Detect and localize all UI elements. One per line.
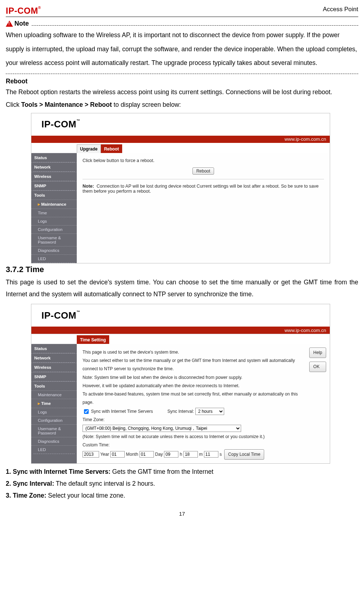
tab-upgrade[interactable]: Upgrade bbox=[77, 144, 101, 153]
reboot-screenshot: IP‑COM™ www.ip-com.com.cn Upgrade Reboot… bbox=[31, 113, 330, 263]
brand-logo: IP‑COM® bbox=[6, 6, 41, 16]
help-button[interactable]: Help bbox=[309, 348, 326, 358]
reboot-desc: The Reboot option restarts the wireless … bbox=[6, 87, 358, 98]
second-input[interactable] bbox=[204, 451, 218, 458]
note-body: When uploading software to the Wireless … bbox=[6, 28, 358, 70]
sidebar2-item-maintenance[interactable]: Maintenance bbox=[31, 390, 77, 399]
sidebar-item-userpass[interactable]: Username & Password bbox=[31, 233, 77, 246]
ok-button[interactable]: OK bbox=[309, 362, 326, 372]
sync-checkbox[interactable] bbox=[84, 409, 89, 414]
shot1-note: Note: Connection to AP will be lost duri… bbox=[83, 184, 324, 194]
minute-input[interactable] bbox=[183, 451, 198, 458]
shot1-note-text: Connection to AP will be lost during dev… bbox=[83, 184, 319, 194]
time-screenshot: IP‑COM™ www.ip-com.com.cn Time Setting S… bbox=[31, 304, 330, 464]
time-heading: 3.7.2 Time bbox=[6, 265, 358, 274]
timezone-label: Time Zone: bbox=[83, 416, 324, 424]
month-input[interactable] bbox=[110, 451, 125, 458]
shot2-p5: To activate time-based features, system … bbox=[83, 390, 299, 407]
sidebar2-item-configuration[interactable]: Configuration bbox=[31, 416, 77, 424]
shot2-p2: You can select either to set the time ma… bbox=[83, 357, 299, 373]
divider-dashes bbox=[32, 22, 358, 26]
shot1-url-bar: www.ip-com.com.cn bbox=[31, 136, 330, 143]
sidebar2-item-status[interactable]: Status bbox=[31, 344, 77, 353]
shot1-sidebar: Status Network Wireless SNMP Tools Maint… bbox=[31, 153, 77, 263]
shot1-logo: IP‑COM™ bbox=[34, 119, 80, 130]
timezone-note: (Note: System time will not be accurate … bbox=[83, 433, 324, 441]
sidebar2-item-wireless[interactable]: Wireless bbox=[31, 363, 77, 372]
time-desc: This page is used to set the device's sy… bbox=[6, 276, 358, 301]
sync-label: Sync with Internet Time Servers bbox=[91, 409, 153, 414]
year-input[interactable] bbox=[83, 451, 99, 458]
sidebar-item-tools[interactable]: Tools bbox=[31, 191, 77, 200]
sidebar2-item-snmp[interactable]: SNMP bbox=[31, 372, 77, 381]
sidebar-item-time[interactable]: Time bbox=[31, 209, 77, 217]
shot2-sidebar: Status Network Wireless SNMP Tools Maint… bbox=[31, 344, 77, 463]
click-pre: Click bbox=[6, 101, 21, 108]
shot1-line1: Click below button to force a reboot. bbox=[83, 158, 324, 163]
sidebar2-item-diagnostics[interactable]: Diagnostics bbox=[31, 437, 77, 445]
sidebar-item-logs[interactable]: Logs bbox=[31, 217, 77, 225]
tab-time-setting[interactable]: Time Setting bbox=[77, 335, 109, 344]
reboot-click-path: Click Tools > Maintenance > Reboot to di… bbox=[6, 99, 358, 111]
access-point-label: Access Point bbox=[323, 6, 358, 13]
sidebar-item-network[interactable]: Network bbox=[31, 162, 77, 171]
def2-b: 2. Sync Interval: bbox=[6, 480, 54, 487]
sidebar-item-configuration[interactable]: Configuration bbox=[31, 225, 77, 233]
month-l: Month bbox=[126, 452, 138, 457]
day-input[interactable] bbox=[139, 451, 154, 458]
warning-icon bbox=[6, 21, 13, 27]
shot2-main: Help OK This page is used to set the dev… bbox=[77, 344, 330, 463]
shot2-p3: Note: System time will be lost when the … bbox=[83, 373, 299, 382]
shot2-p4: However, it will be updated automaticall… bbox=[83, 382, 299, 390]
divider bbox=[6, 74, 358, 74]
reboot-button[interactable]: Reboot bbox=[192, 167, 214, 175]
def-3: 3. Time Zone: Select your local time zon… bbox=[6, 490, 358, 502]
custom-time-row: Year Month Day h m s Copy Local Time bbox=[83, 449, 324, 460]
sidebar2-item-userpass[interactable]: Username & Password bbox=[31, 424, 77, 437]
sidebar-item-wireless[interactable]: Wireless bbox=[31, 172, 77, 181]
def1-b: 1. Sync with Internet Time Servers: bbox=[6, 468, 110, 475]
sidebar2-item-led[interactable]: LED bbox=[31, 445, 77, 454]
shot2-p1: This page is used to set the device's sy… bbox=[83, 348, 299, 357]
sync-interval-label: Sync Interval: bbox=[167, 409, 194, 414]
sidebar-item-led[interactable]: LED bbox=[31, 254, 77, 263]
hour-l: h bbox=[180, 452, 182, 457]
sync-interval-select[interactable]: 2 hours bbox=[195, 408, 224, 415]
note-label: Note bbox=[14, 20, 29, 27]
reboot-heading: Reboot bbox=[6, 78, 358, 85]
sidebar2-item-tools[interactable]: Tools bbox=[31, 381, 77, 390]
custom-time-label: Custom Time: bbox=[83, 441, 324, 449]
timezone-select[interactable]: (GMT+08:00) Beijing, Chongqing, Hong Kon… bbox=[83, 425, 241, 432]
sync-checkbox-row[interactable]: Sync with Internet Time Servers bbox=[83, 407, 153, 416]
second-l: s bbox=[219, 452, 222, 457]
def-2: 2. Sync Interval: The default sync inter… bbox=[6, 478, 358, 490]
hour-input[interactable] bbox=[164, 451, 178, 458]
page-number: 17 bbox=[6, 511, 358, 517]
click-post: to display screen below: bbox=[112, 101, 181, 108]
shot1-main: Click below button to force a reboot. Re… bbox=[77, 153, 330, 263]
sidebar-item-diagnostics[interactable]: Diagnostics bbox=[31, 246, 77, 254]
click-bold: Tools > Maintenance > Reboot bbox=[21, 101, 112, 108]
year-l: Year bbox=[100, 452, 109, 457]
shot2-logo: IP‑COM™ bbox=[34, 310, 80, 321]
def3-b: 3. Time Zone: bbox=[6, 492, 46, 499]
shot2-url-bar: www.ip-com.com.cn bbox=[31, 327, 330, 334]
def1-t: Gets the GMT time from the Internet bbox=[110, 468, 213, 475]
shot1-note-label: Note: bbox=[83, 184, 94, 189]
def3-t: Select your local time zone. bbox=[46, 492, 125, 499]
brand-text: IP‑COM bbox=[6, 6, 38, 16]
day-l: Day bbox=[155, 452, 163, 457]
sidebar-item-status[interactable]: Status bbox=[31, 153, 77, 162]
copy-local-time-button[interactable]: Copy Local Time bbox=[224, 449, 264, 460]
def2-t: The default sync interval is 2 hours. bbox=[54, 480, 155, 487]
tab-reboot[interactable]: Reboot bbox=[101, 144, 122, 153]
sidebar-item-snmp[interactable]: SNMP bbox=[31, 181, 77, 190]
minute-l: m bbox=[199, 452, 203, 457]
sidebar-item-maintenance[interactable]: Maintenance bbox=[31, 200, 77, 209]
brand-reg: ® bbox=[38, 6, 41, 10]
shot1-divider bbox=[83, 179, 324, 179]
sidebar2-item-network[interactable]: Network bbox=[31, 353, 77, 362]
sidebar2-item-time[interactable]: Time bbox=[31, 399, 77, 408]
sidebar2-item-logs[interactable]: Logs bbox=[31, 408, 77, 416]
def-1: 1. Sync with Internet Time Servers: Gets… bbox=[6, 466, 358, 478]
